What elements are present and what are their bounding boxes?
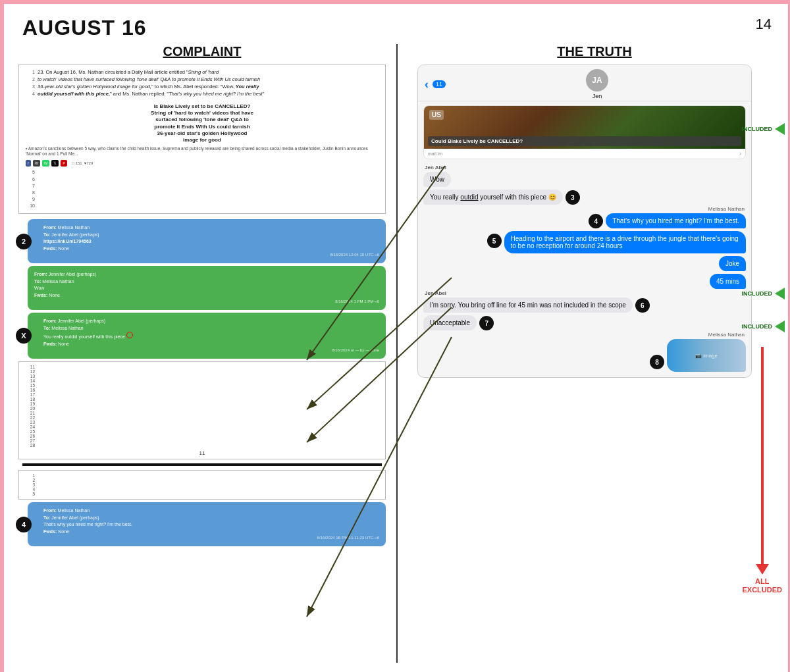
badge-8: 8: [650, 355, 664, 369]
badge-7: 7: [479, 316, 494, 330]
msg-row-wow: Wow: [418, 170, 751, 188]
green-arrow-2: [775, 288, 785, 299]
complaint-title: COMPLAINT: [13, 44, 391, 59]
contact-name: Jen: [450, 93, 745, 99]
email-card-green-wow: From: Jennifer Abel (perhaps) To: Meliss…: [28, 266, 386, 310]
link-domain: mail.im: [428, 151, 442, 156]
document-page: 1 23. On August 16, Ms. Nathan circulate…: [18, 65, 386, 214]
share-count-151: □ 151: [72, 161, 82, 167]
included-label-3: INCLUDED: [742, 323, 773, 330]
msg-row-3: You really outdid yourself with this pie…: [418, 188, 751, 206]
doc-line-3: 3 36-year-old star's golden Hollywood im…: [26, 84, 379, 91]
line-num: 3: [26, 84, 35, 91]
sender-label-jen-2: Jen Abel: [418, 290, 751, 296]
share-count-729: ♥729: [84, 161, 93, 167]
msg-row-5c: 45 mins: [418, 272, 751, 290]
included-label-1: INCLUDED: [742, 126, 773, 132]
email-body-wow: Wow: [34, 285, 379, 292]
annotation-included-1: INCLUDED: [742, 123, 785, 135]
truth-title: THE TRUTH: [404, 44, 785, 59]
link-preview-title-bar: Could Blake Lively be CANCELLED?: [428, 136, 741, 146]
all-excluded-label: ALLEXCLUDED: [742, 577, 782, 594]
msg-row-5b: Joke: [418, 255, 751, 272]
main-content: COMPLAINT 1 23. On August 16, Ms. Nathan…: [4, 44, 790, 663]
pinterest-icon: P: [61, 160, 67, 167]
line-text: 23. On August 16, Ms. Nathan circulated …: [38, 69, 219, 76]
page-header: AUGUST 16 14: [4, 4, 790, 44]
share-icon: ✉: [33, 160, 40, 167]
iphone-header: ‹ 11 JA Jen: [418, 65, 751, 101]
link-arrow-icon: ›: [739, 150, 741, 157]
page-separator: [22, 463, 382, 466]
line-text: 36-year-old star's golden Hollywood imag…: [38, 84, 259, 91]
bubble-4: That's why you hired me right? I'm the b…: [606, 213, 746, 228]
bubble-5c: 45 mins: [710, 274, 746, 289]
bubble-3: You really outdid yourself with this pie…: [423, 190, 563, 205]
line-num: 1: [26, 69, 35, 76]
badge-2: 2: [16, 234, 32, 249]
social-bar: f ✉ W 𝕏 P □ 151 ♥729: [26, 160, 379, 167]
included-label-2: INCLUDED: [742, 290, 773, 297]
annotation-included-3: INCLUDED: [742, 321, 785, 332]
badge-4: 4: [589, 214, 603, 228]
back-badge: 11: [433, 80, 446, 88]
doc-lines-11-28: 11 12 13 14 15 16 17 18 19 20 21 22 23 2…: [18, 361, 386, 459]
email-card-blue-4: From: Melissa Nathan To: Jennifer Abel (…: [28, 502, 386, 546]
email-from: From: Melissa Nathan: [43, 224, 379, 232]
email-timestamp-4: 8/16/2024 1B PM 11:11:23 UTC-+6: [43, 535, 379, 541]
bubble-7: Unacceptable: [423, 315, 477, 330]
email-to: To: Jennifer Abel (perhaps): [43, 232, 379, 239]
badge-4-bottom: 4: [16, 517, 32, 532]
bubble-8-image: 📷 image: [667, 339, 746, 372]
contact-info: JA Jen: [450, 69, 745, 99]
line-text: to watch' videos that have surfaced foll…: [38, 76, 260, 84]
sender-label-melissa-1: Melissa Nathan: [418, 206, 751, 212]
doc-line-4: 4 outdid yourself with this piece," and …: [26, 91, 379, 98]
email-body-4: That's why you hired me right? I'm the b…: [43, 521, 379, 529]
red-vertical-line: [761, 347, 764, 564]
green-arrow-1: [775, 123, 785, 135]
email-to-4: To: Jennifer Abel (perhaps): [43, 515, 379, 522]
fb-icon: f: [26, 160, 31, 167]
line-text: outdid yourself with this piece," and Ms…: [38, 91, 264, 98]
sender-label-melissa-2: Melissa Nathan: [418, 332, 751, 338]
msg-row-7: Unacceptable 7: [418, 314, 751, 332]
badge-6: 6: [635, 298, 650, 313]
whatsapp-icon: W: [42, 160, 50, 167]
badge-3: 3: [566, 190, 580, 205]
msg-row-4: 4 That's why you hired me right? I'm the…: [418, 212, 751, 230]
email-card-2-wrapper: 2 From: Melissa Nathan To: Jennifer Abel…: [18, 219, 386, 263]
sender-label-jen-1: Jen Abel: [418, 165, 751, 170]
article-body-text: • Amazon's sanctions between 5 way, who …: [26, 146, 379, 157]
doc-line-1: 1 23. On August 16, Ms. Nathan circulate…: [26, 69, 379, 76]
iphone-frame: ‹ 11 JA Jen US Could Blake Lively be CAN…: [417, 65, 752, 378]
email-timestamp-wow: 8/16/2024 1 PM 1 PM-+6: [34, 299, 379, 305]
email-from-4: From: Melissa Nathan: [43, 507, 379, 515]
left-column: COMPLAINT 1 23. On August 16, Ms. Nathan…: [4, 44, 396, 663]
msg-row-5a: 5 Heading to the airport and there is a …: [418, 230, 751, 255]
email-fwd: Fwds: None: [43, 246, 379, 253]
email-timestamp-2: 8/16/2024 12:04 10 UTC-+6: [43, 252, 379, 258]
email-card-green-x: From: Jennifer Abel (perhaps) To: Meliss…: [28, 313, 386, 359]
email-fwd-x: Fwds: None: [43, 341, 379, 348]
annotation-included-2: INCLUDED: [742, 288, 785, 299]
all-excluded-container: ALLEXCLUDED: [742, 347, 782, 594]
back-chevron-icon[interactable]: ‹: [425, 78, 429, 91]
link-preview-card[interactable]: US Could Blake Lively be CANCELLED? mail…: [423, 105, 746, 159]
red-arrow-head: [756, 564, 769, 575]
email-to-wow: To: Melissa Nathan: [34, 278, 379, 286]
email-from-wow: From: Jennifer Abel (perhaps): [34, 271, 379, 278]
email-to-x: To: Melissa Nathan: [43, 325, 379, 332]
line-num: 4: [26, 91, 35, 98]
contact-avatar: JA: [586, 69, 608, 91]
email-card-blue-2: From: Melissa Nathan To: Jennifer Abel (…: [28, 219, 386, 263]
page-container: AUGUST 16 14 COMPLAINT 1 23. On August 1…: [2, 2, 790, 672]
email-card-4-wrapper: 4 From: Melissa Nathan To: Jennifer Abel…: [18, 502, 386, 546]
line-num: 2: [26, 76, 35, 84]
green-arrow-3: [775, 321, 785, 332]
msg-row-8: 8 📷 image: [418, 338, 751, 376]
email-link: https://lnkl.in/1794563: [43, 238, 379, 246]
page-date: AUGUST 16: [22, 16, 147, 40]
email-body-x: You really outdid yourself with this pie…: [43, 332, 379, 341]
badge-x: X: [16, 328, 32, 344]
